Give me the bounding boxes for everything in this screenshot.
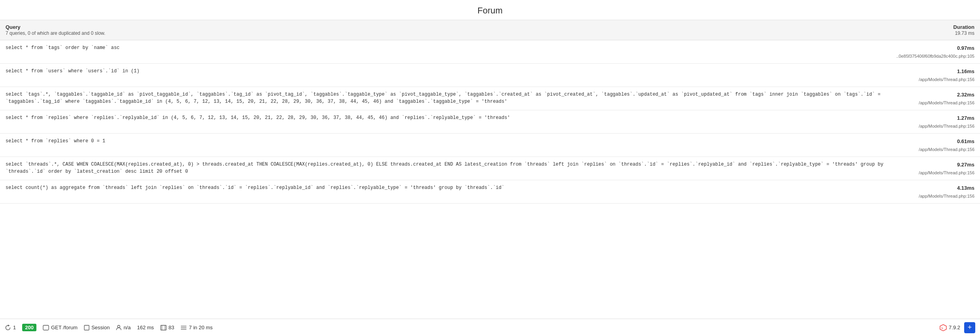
duration-total: 19.73 ms: [955, 30, 974, 36]
query-duration-cell: 9.27ms /app/Models/Thread.php:156: [891, 157, 980, 180]
table-row: select `tags`.*, `taggables`.`taggable_i…: [0, 87, 980, 110]
query-sql: select * from `replies` where `replies`.…: [0, 110, 891, 134]
query-duration-cell: 4.13ms /app/Models/Thread.php:156: [891, 180, 980, 204]
query-column-header: Query 7 queries, 0 of which are duplicat…: [0, 20, 891, 40]
query-sub-text: 7 queries, 0 of which are duplicated and…: [6, 30, 105, 36]
table-row: select * from `replies` where `replies`.…: [0, 110, 980, 134]
duration-value: 0.97ms: [896, 44, 974, 52]
query-sql: select * from `replies` where 0 = 1: [0, 134, 891, 157]
duration-value: 9.27ms: [896, 161, 974, 169]
query-duration-cell: 0.97ms ..0e85f375406f60fb9da28c400c.php:…: [891, 40, 980, 64]
duration-value: 1.27ms: [896, 114, 974, 122]
table-row: select count(*) as aggregate from `threa…: [0, 180, 980, 204]
query-duration-cell: 2.32ms /app/Models/Thread.php:156: [891, 87, 980, 110]
duration-column-header: Duration 19.73 ms: [891, 20, 980, 40]
duration-file: /app/Models/Thread.php:156: [896, 123, 974, 130]
query-sql: select * from `tags` order by `name` asc: [0, 40, 891, 64]
query-duration-cell: 1.27ms /app/Models/Thread.php:156: [891, 110, 980, 134]
query-sql: select `tags`.*, `taggables`.`taggable_i…: [0, 87, 891, 110]
duration-value: 2.32ms: [896, 91, 974, 99]
duration-value: 4.13ms: [896, 184, 974, 192]
duration-value: 0.61ms: [896, 138, 974, 145]
query-duration-cell: 1.16ms /app/Models/Thread.php:156: [891, 64, 980, 87]
duration-value: 1.16ms: [896, 68, 974, 76]
duration-file: /app/Models/Thread.php:156: [896, 146, 974, 153]
duration-file: ..0e85f375406f60fb9da28c400c.php:105: [896, 53, 974, 60]
table-row: select * from `users` where `users`.`id`…: [0, 64, 980, 87]
table-row: select * from `tags` order by `name` asc…: [0, 40, 980, 64]
query-sql: select * from `users` where `users`.`id`…: [0, 64, 891, 87]
query-sql: select `threads`.*, CASE WHEN COALESCE(M…: [0, 157, 891, 180]
table-row: select `threads`.*, CASE WHEN COALESCE(M…: [0, 157, 980, 180]
duration-file: /app/Models/Thread.php:156: [896, 76, 974, 83]
duration-file: /app/Models/Thread.php:156: [896, 100, 974, 106]
table-header-row: Query 7 queries, 0 of which are duplicat…: [0, 20, 980, 40]
table-row: select * from `replies` where 0 = 1 0.61…: [0, 134, 980, 157]
query-sql: select count(*) as aggregate from `threa…: [0, 180, 891, 204]
query-table: Query 7 queries, 0 of which are duplicat…: [0, 20, 980, 204]
page-title: Forum: [0, 0, 980, 20]
query-duration-cell: 0.61ms /app/Models/Thread.php:156: [891, 134, 980, 157]
duration-file: /app/Models/Thread.php:156: [896, 193, 974, 200]
duration-file: /app/Models/Thread.php:156: [896, 170, 974, 176]
